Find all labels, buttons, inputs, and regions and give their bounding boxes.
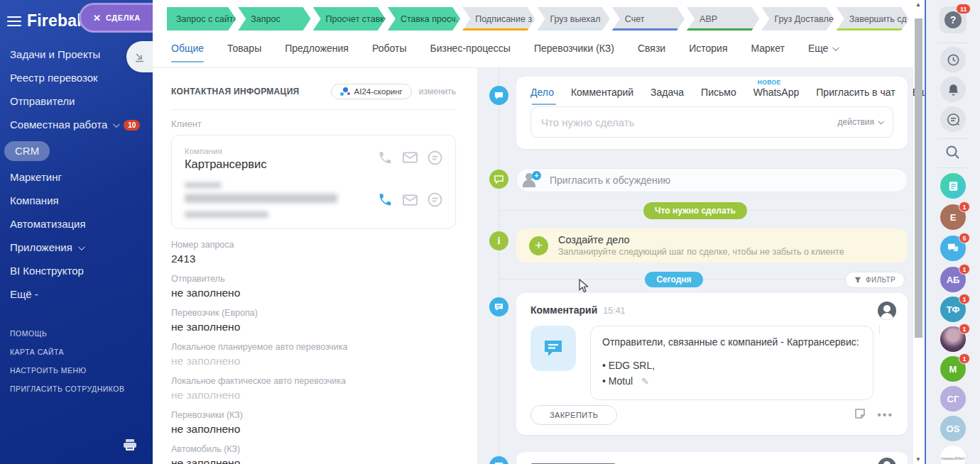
stage-request[interactable]: Запрос — [238, 7, 310, 31]
actions-dropdown[interactable]: действия — [838, 117, 883, 127]
sidebar-item-crm[interactable]: CRM — [10, 141, 153, 161]
tab-links[interactable]: Связи — [638, 43, 665, 62]
composer-tab-invite-to-chat[interactable]: Пригласить в чат — [816, 87, 895, 105]
sidebar-item-collaboration[interactable]: Совместная работа 10 — [10, 118, 153, 132]
tab-business-processes[interactable]: Бизнес-процессы — [430, 43, 510, 62]
field-vehicle-kz[interactable]: Автомобиль (КЗ) не заполнено — [171, 444, 456, 464]
stage-cargo-departed[interactable]: Груз выехал — [537, 7, 609, 31]
entry-time: 15:41 — [603, 306, 625, 316]
sidebar-item-automation[interactable]: Автоматизация — [10, 217, 153, 231]
sidebar-item-apps[interactable]: Приложения — [10, 241, 153, 255]
scroll-up-arrow[interactable]: ▲ — [915, 1, 921, 8]
stage-cargo-delivered[interactable]: Груз Доставлен — [761, 7, 834, 31]
edit-pencil-icon[interactable]: ✎ — [641, 376, 649, 387]
email-icon[interactable] — [403, 152, 418, 166]
stage-invoice[interactable]: Счет — [612, 7, 685, 31]
sidebar-footer-invite-employees[interactable]: ПРИГЛАСИТЬ СОТРУДНИКОВ — [10, 385, 153, 393]
user-avatar[interactable]: М 1 — [940, 356, 966, 382]
composer-tab-email[interactable]: Письмо — [701, 87, 736, 105]
blurred-contact-phone — [185, 211, 268, 218]
stage-request-from-site[interactable]: Запрос с сайта — [167, 7, 236, 31]
tab-market[interactable]: Маркет — [751, 43, 784, 62]
tab-history[interactable]: История — [689, 43, 727, 62]
field-local-planned-vehicle[interactable]: Локальное планируемое авто перевозчика н… — [171, 342, 456, 368]
edit-link[interactable]: изменить — [419, 87, 456, 96]
client-label: Клиент — [171, 118, 456, 129]
phone-icon[interactable] — [378, 150, 393, 168]
partner-logo-avatar[interactable]: первыйбит — [940, 446, 966, 464]
close-deal-button[interactable]: ✕ СДЕЛКА — [79, 3, 153, 33]
composer-tab-comment[interactable]: Комментарий — [571, 87, 633, 105]
composer-tab-task[interactable]: Задача — [650, 87, 684, 105]
company-name[interactable]: Картрансервис — [185, 158, 378, 171]
chat-icon[interactable] — [428, 150, 442, 168]
stage-signing[interactable]: Подписание з... — [462, 7, 535, 31]
user-avatar[interactable]: E 1 — [940, 204, 966, 230]
add-activity-button[interactable]: + — [529, 236, 548, 255]
chat-avatar[interactable]: 5 — [940, 236, 966, 261]
author-avatar[interactable] — [878, 302, 896, 320]
news-feed-button[interactable] — [940, 173, 966, 199]
stage-avr[interactable]: АВР — [687, 7, 759, 31]
user-avatar[interactable]: OS — [940, 416, 966, 441]
tab-robots[interactable]: Роботы — [372, 43, 406, 62]
sidebar-footer-sitemap[interactable]: КАРТА САЙТА — [10, 348, 153, 356]
sidebar-item-marketing[interactable]: Маркетинг — [10, 170, 153, 184]
tab-more[interactable]: Еще — [808, 43, 838, 62]
stage-rate-calculated[interactable]: Ставка просч... — [388, 7, 460, 31]
field-local-actual-vehicle[interactable]: Локальное фактическое авто перевозчика н… — [171, 376, 456, 402]
date-badge[interactable]: Сегодня — [645, 272, 702, 287]
stage-rate-calc[interactable]: Просчет ставки — [313, 7, 386, 31]
sidebar-footer-configure-menu[interactable]: НАСТРОИТЬ МЕНЮ — [10, 366, 153, 375]
field-carrier-europe[interactable]: Перевозчик (Европа) не заполнено — [171, 308, 456, 333]
tab-quotes[interactable]: Предложения — [285, 43, 349, 62]
tab-products[interactable]: Товары — [227, 43, 261, 62]
tab-carriers-kz[interactable]: Перевозчики (КЗ) — [534, 43, 614, 62]
more-options-icon[interactable]: ••• — [877, 412, 893, 418]
user-avatar[interactable]: ТФ 1 — [940, 297, 966, 322]
field-sender[interactable]: Отправитель не заполнено — [171, 274, 456, 299]
activity-input[interactable]: Что нужно сделать действия — [530, 106, 893, 138]
sidebar-item-transport-registry[interactable]: Реестр перевозок — [10, 71, 153, 85]
ai-scoring-button[interactable]: AI24-скоринг — [331, 84, 412, 99]
company-row: Компания Картрансервис — [185, 147, 442, 171]
sidebar-item-bi-builder[interactable]: BI Конструктор — [10, 264, 153, 278]
messenger-button[interactable] — [940, 106, 966, 132]
menu-hamburger-icon[interactable] — [7, 13, 21, 29]
chevron-down-icon — [78, 243, 85, 250]
history-clock-button[interactable] — [940, 47, 966, 72]
stage-close-deal[interactable]: Завершить сд... — [837, 7, 909, 31]
user-photo-avatar[interactable]: 1 — [940, 326, 966, 352]
user-avatar[interactable]: СГ — [940, 386, 966, 411]
phone-icon[interactable] — [378, 192, 393, 210]
sidebar-item-company[interactable]: Компания — [10, 194, 153, 208]
field-carriers-kz[interactable]: Перевозчики (КЗ) не заполнено — [171, 410, 456, 436]
printer-icon[interactable] — [123, 438, 137, 454]
scroll-down-arrow[interactable]: ▼ — [915, 456, 921, 463]
collapse-sidebar-button[interactable] — [126, 41, 153, 72]
chat-icon[interactable] — [428, 192, 442, 210]
tab-general[interactable]: Общие — [171, 43, 204, 62]
hint-title[interactable]: Создайте дело — [558, 234, 844, 245]
scroll-thumb[interactable] — [915, 18, 922, 338]
composer-tab-activity[interactable]: Дело — [530, 87, 554, 105]
todo-badge[interactable]: Что нужно сделать — [643, 202, 747, 219]
sidebar-footer-help[interactable]: ПОМОЩЬ — [10, 329, 153, 338]
sidebar-item-more[interactable]: Ещё - — [10, 287, 153, 302]
composer-tab-whatsapp[interactable]: НОВОЕ WhatsApp — [753, 87, 800, 105]
contact-info-panel: КОНТАКТНАЯ ИНФОРМАЦИЯ AI24-скоринг измен… — [153, 68, 477, 464]
note-icon[interactable] — [854, 408, 866, 422]
filter-button[interactable]: ФИЛЬТР — [845, 272, 905, 288]
notifications-bell-button[interactable] — [940, 77, 966, 102]
pin-button[interactable]: ЗАКРЕПИТЬ — [530, 405, 617, 425]
help-button[interactable]: ? 11 — [940, 6, 967, 33]
vertical-scrollbar[interactable]: ▲ ▼ — [913, 0, 925, 464]
invite-to-discussion[interactable]: + Пригласить к обсуждению — [516, 168, 908, 192]
email-icon[interactable] — [403, 194, 418, 209]
divider — [171, 109, 456, 110]
field-request-number[interactable]: Номер запроса 2413 — [171, 240, 456, 265]
user-avatar[interactable]: АБ 1 — [940, 267, 966, 292]
search-button[interactable] — [944, 144, 962, 164]
sidebar-item-senders[interactable]: Отправители — [10, 94, 153, 109]
author-avatar[interactable] — [878, 458, 896, 464]
